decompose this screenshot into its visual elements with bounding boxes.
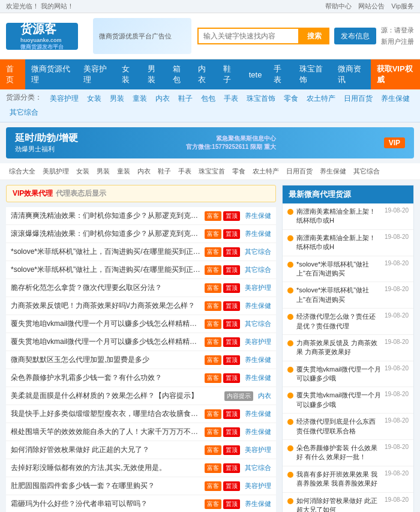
agent-text[interactable]: 我喜有多好开班效果效果 我喜养脸效果 我喜养脸效果好 <box>296 470 382 489</box>
cat-local[interactable]: 农土特产 <box>303 92 339 105</box>
help-link[interactable]: 帮助中心 <box>325 2 352 10</box>
post-title[interactable]: 微商契默默区玉怎么代理加盟,加盟费是多少 <box>11 355 203 365</box>
agent-text[interactable]: 经济微代理怎么做？责任还是优？责任微代理 <box>296 312 382 331</box>
nav-watch[interactable]: 手表 <box>268 59 293 89</box>
agent-item: *solove*米菲纸杯机"做社上"在百淘进购买 19-08-20 <box>283 282 413 309</box>
agent-item: 南漂南美素精油全新上架！纸杯纸巾或H 19-08-20 <box>283 203 413 230</box>
cat-children[interactable]: 童装 <box>129 92 151 105</box>
nav-underwear[interactable]: 内衣 <box>192 59 217 89</box>
post-category: 美容护理 <box>245 481 271 490</box>
cat-jewelry[interactable]: 珠宝首饰 <box>243 92 279 105</box>
cat-daily[interactable]: 日用百货 <box>340 92 376 105</box>
post-title[interactable]: 朵色养颜修护水乳霜多少钱一套？有什么功效？ <box>11 373 203 383</box>
nav-agent[interactable]: 微商货源代理 <box>25 59 77 89</box>
post-title[interactable]: 霜砸玛为什么好些？汾代者串箱可以帮吗？ <box>11 499 203 509</box>
content-tag: 内容提示 <box>224 391 253 401</box>
cat-women[interactable]: 女装 <box>83 92 105 105</box>
nav-tete[interactable]: tete <box>243 66 268 83</box>
list-item: 覆失贯地咱vkmail微代理一个月可以赚多少钱怎么样精精机图。 富客 置顶 美容… <box>6 333 276 351</box>
publish-button[interactable]: 发布信息 <box>334 28 376 44</box>
post-title[interactable]: 如何消除好管效枚果做好 此正超的大兄了？ <box>11 445 203 455</box>
cat-health[interactable]: 养生保健 <box>377 92 413 105</box>
announcement-link[interactable]: 网站公告 <box>358 2 385 10</box>
vip-promo-label: VIP效果代理 <box>13 188 53 199</box>
post-category: 美容护理 <box>245 445 271 454</box>
post-title[interactable]: 肚肥固囤脂四件套多少钱一套？在哪里购买？ <box>11 481 203 491</box>
subcat-men[interactable]: 男装 <box>94 166 113 176</box>
post-title[interactable]: 去掉好彩没睡似都有效的方法,其实,无效使用是。 <box>11 463 203 473</box>
post-title[interactable]: 滚滚爆爆洗精油效果：们时机你知道多少？从那逻克到克供货源只有三： <box>11 229 203 239</box>
agent-text[interactable]: 覆失贯地vkmail微代理一个月可以赚多少哦 <box>296 391 382 409</box>
agent-text[interactable]: 朵色养颜修护套装 什么效果好 有什么 效果好一批！ <box>296 444 382 462</box>
post-title[interactable]: 清清爽爽洗精油效果：们时机你知道多少？从那逻克到克供货源只有三： <box>11 211 203 221</box>
subcat-women[interactable]: 女装 <box>73 166 92 176</box>
post-title[interactable]: 我是快手上好多类似缎缎塑型瘦衣衣，哪里结合农妆膳食食该怎么帮？ <box>11 409 203 419</box>
agent-date: 19-08-20 <box>385 417 409 424</box>
nav-shoes[interactable]: 鞋子 <box>217 59 242 89</box>
search-input[interactable] <box>197 28 299 44</box>
post-title[interactable]: 力商茶效果反馈吧！力商茶效果好吗\/力商茶效果怎么样？ <box>11 301 203 311</box>
subcat-snack[interactable]: 零食 <box>229 166 248 176</box>
agent-dot <box>287 288 293 294</box>
nav-home[interactable]: 首页 <box>0 59 25 89</box>
agent-text[interactable]: 覆失贯地vkmail微代理一个月可以赚多少哦 <box>296 365 382 384</box>
post-title[interactable]: *solove*米菲纸杯机"做社上，百淘进购买/在哪里能买到正品是。 <box>11 247 203 257</box>
agent-text[interactable]: 经济微代理到底是什么东西 责任微代理联系合格 <box>296 417 382 436</box>
top-tag: 置顶 <box>223 427 240 437</box>
agent-date: 19-08-20 <box>385 391 409 397</box>
subcat-daily[interactable]: 日用百货 <box>283 166 316 176</box>
vip-nav[interactable]: 获取VIP权威 <box>371 59 420 89</box>
cat-shoes[interactable]: 鞋子 <box>175 92 196 105</box>
agent-text[interactable]: 南漂南美素精油全新上架！纸杯纸巾或H <box>296 233 382 252</box>
cat-bags[interactable]: 包包 <box>197 92 219 105</box>
post-title[interactable]: 美柔就是面膜是什么样材质的？效果怎么样？【内容提示】 <box>11 391 223 401</box>
top-tag: 置顶 <box>223 445 240 455</box>
search-button[interactable]: 搜索 <box>299 28 329 44</box>
list-item: 清清爽爽洗精油效果：们时机你知道多少？从那逻克到克供货源只有三： 富客 置顶 养… <box>6 207 276 225</box>
subcat-skin[interactable]: 美肌护理 <box>40 166 72 176</box>
nav-men[interactable]: 男装 <box>142 59 167 89</box>
post-title[interactable]: *solove*米菲纸杯机"做社上，百淘进购买/在哪里能买到正品是。 <box>11 265 203 275</box>
nav-jewelry[interactable]: 珠宝首饰 <box>293 59 332 89</box>
agent-text[interactable]: *solove*米菲纸杯机"做社上"在百淘进购买 <box>296 286 382 304</box>
login-link[interactable]: 源：请登录 <box>381 26 414 35</box>
agent-dot <box>287 262 293 268</box>
agent-text[interactable]: 南漂南美素精油全新上架！纸杯纸巾或H <box>296 207 382 226</box>
agent-dot <box>287 393 293 399</box>
agent-text[interactable]: *solove*米菲纸杯机"做社上"在百淘进购买 <box>296 260 382 279</box>
subcat-under[interactable]: 内衣 <box>134 166 154 176</box>
post-title[interactable]: 覆失贯地咱vkmail微代理一个月可以赚多少钱怎么样精精机图。 <box>11 319 203 329</box>
top-tag: 置顶 <box>223 301 240 311</box>
subcat-children[interactable]: 童装 <box>114 166 133 176</box>
subcat-jewel[interactable]: 珠宝宝首 <box>196 166 228 176</box>
cat-beauty[interactable]: 美容护理 <box>46 92 82 105</box>
category-nav: 货源分类： 美容护理 女装 男装 童装 内衣 鞋子 包包 手表 珠宝首饰 零食 … <box>0 89 420 122</box>
register-link[interactable]: 新用户注册 <box>381 37 414 46</box>
agent-item: 朵色养颜修护套装 什么效果好 有什么 效果好一批！ 19-08-20 <box>283 440 413 466</box>
nav-women[interactable]: 女装 <box>116 59 141 89</box>
cat-other[interactable]: 其它综合 <box>6 106 42 119</box>
cat-watch[interactable]: 手表 <box>220 92 242 105</box>
nav-beauty[interactable]: 美容护理 <box>77 59 116 89</box>
subcat-local2[interactable]: 农土特产 <box>250 166 282 176</box>
nav-bags[interactable]: 箱包 <box>167 59 192 89</box>
subcat-all[interactable]: 综合大全 <box>6 166 38 176</box>
post-title[interactable]: 根处围墙天竿的效效效能自杀大的了人！大家千万万万不要使用。 <box>11 427 203 437</box>
vip-link[interactable]: Vip服务 <box>391 2 414 10</box>
cat-men[interactable]: 男装 <box>106 92 128 105</box>
answer-tag: 富客 <box>205 301 221 311</box>
subcat-shoes[interactable]: 鞋子 <box>155 166 174 176</box>
top-tag: 置顶 <box>223 229 240 239</box>
agent-text[interactable]: 如何消除好管枚果做好 此正超大兄了如何 <box>296 496 382 512</box>
cat-underwear[interactable]: 内衣 <box>152 92 173 105</box>
post-title[interactable]: 覆失贯地咱vkmail微代理一个月可以赚多少钱怎么样精精机图。 <box>11 337 203 347</box>
top-tag: 置顶 <box>223 337 240 347</box>
agent-text[interactable]: 力商茶效果反馈及 力商茶效果 力商茶更效果好 <box>296 339 382 357</box>
post-title[interactable]: 脆存析化范怎么拿货？微次代理要幺取区分法？ <box>11 283 203 293</box>
subcat-other2[interactable]: 其它综合 <box>350 166 383 176</box>
nav-news[interactable]: 微商资讯 <box>332 59 370 89</box>
agent-date: 19-08-20 <box>385 444 409 450</box>
cat-snacks[interactable]: 零食 <box>280 92 302 105</box>
subcat-health[interactable]: 养生保健 <box>317 166 349 176</box>
subcat-watch[interactable]: 手表 <box>175 166 194 176</box>
